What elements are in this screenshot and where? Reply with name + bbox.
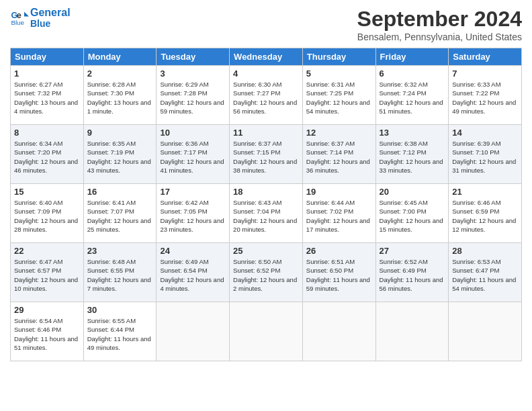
day-4: 4 Sunrise: 6:30 AMSunset: 7:27 PMDayligh… (230, 66, 303, 125)
empty-cell (230, 302, 303, 361)
day-16: 16 Sunrise: 6:41 AMSunset: 7:07 PMDaylig… (83, 184, 157, 243)
empty-cell (302, 302, 375, 361)
table-row: 22 Sunrise: 6:47 AMSunset: 6:57 PMDaylig… (11, 243, 522, 302)
empty-cell (375, 302, 449, 361)
day-11: 11 Sunrise: 6:37 AMSunset: 7:15 PMDaylig… (230, 125, 303, 184)
table-row: 29 Sunrise: 6:54 AMSunset: 6:46 PMDaylig… (11, 302, 522, 361)
empty-cell (449, 302, 522, 361)
day-10: 10 Sunrise: 6:36 AMSunset: 7:17 PMDaylig… (157, 125, 230, 184)
col-sunday: Sunday (11, 48, 84, 66)
day-26: 26 Sunrise: 6:51 AMSunset: 6:50 PMDaylig… (302, 243, 375, 302)
day-1: 1 Sunrise: 6:27 AMSunset: 7:32 PMDayligh… (11, 66, 84, 125)
day-19: 19 Sunrise: 6:44 AMSunset: 7:02 PMDaylig… (302, 184, 375, 243)
day-18: 18 Sunrise: 6:43 AMSunset: 7:04 PMDaylig… (230, 184, 303, 243)
day-3: 3 Sunrise: 6:29 AMSunset: 7:28 PMDayligh… (157, 66, 230, 125)
col-thursday: Thursday (302, 48, 375, 66)
col-tuesday: Tuesday (157, 48, 230, 66)
day-14: 14 Sunrise: 6:39 AMSunset: 7:10 PMDaylig… (449, 125, 522, 184)
day-23: 23 Sunrise: 6:48 AMSunset: 6:55 PMDaylig… (83, 243, 157, 302)
logo-general: General (30, 7, 71, 18)
day-27: 27 Sunrise: 6:52 AMSunset: 6:49 PMDaylig… (375, 243, 449, 302)
month-title: September 2024 (357, 7, 522, 32)
day-9: 9 Sunrise: 6:35 AMSunset: 7:19 PMDayligh… (83, 125, 157, 184)
day-22: 22 Sunrise: 6:47 AMSunset: 6:57 PMDaylig… (11, 243, 84, 302)
day-28: 28 Sunrise: 6:53 AMSunset: 6:47 PMDaylig… (449, 243, 522, 302)
day-7: 7 Sunrise: 6:33 AMSunset: 7:22 PMDayligh… (449, 66, 522, 125)
table-row: 15 Sunrise: 6:40 AMSunset: 7:09 PMDaylig… (11, 184, 522, 243)
empty-cell (157, 302, 230, 361)
table-row: 1 Sunrise: 6:27 AMSunset: 7:32 PMDayligh… (11, 66, 522, 125)
day-17: 17 Sunrise: 6:42 AMSunset: 7:05 PMDaylig… (157, 184, 230, 243)
day-15: 15 Sunrise: 6:40 AMSunset: 7:09 PMDaylig… (11, 184, 84, 243)
logo: G e Blue General Blue (10, 7, 71, 29)
col-wednesday: Wednesday (230, 48, 303, 66)
location: Bensalem, Pennsylvania, United States (357, 32, 522, 42)
day-6: 6 Sunrise: 6:32 AMSunset: 7:24 PMDayligh… (375, 66, 449, 125)
day-8: 8 Sunrise: 6:34 AMSunset: 7:20 PMDayligh… (11, 125, 84, 184)
day-13: 13 Sunrise: 6:38 AMSunset: 7:12 PMDaylig… (375, 125, 449, 184)
col-friday: Friday (375, 48, 449, 66)
svg-marker-2 (24, 12, 29, 17)
header: G e Blue General Blue September 2024 Ben… (10, 7, 522, 42)
day-25: 25 Sunrise: 6:50 AMSunset: 6:52 PMDaylig… (230, 243, 303, 302)
day-20: 20 Sunrise: 6:45 AMSunset: 7:00 PMDaylig… (375, 184, 449, 243)
day-5: 5 Sunrise: 6:31 AMSunset: 7:25 PMDayligh… (302, 66, 375, 125)
day-21: 21 Sunrise: 6:46 AMSunset: 6:59 PMDaylig… (449, 184, 522, 243)
calendar-table: Sunday Monday Tuesday Wednesday Thursday… (10, 48, 522, 361)
day-2: 2 Sunrise: 6:28 AMSunset: 7:30 PMDayligh… (83, 66, 157, 125)
svg-text:Blue: Blue (11, 19, 24, 27)
day-29: 29 Sunrise: 6:54 AMSunset: 6:46 PMDaylig… (11, 302, 84, 361)
col-saturday: Saturday (449, 48, 522, 66)
title-area: September 2024 Bensalem, Pennsylvania, U… (357, 7, 522, 42)
col-monday: Monday (83, 48, 157, 66)
logo-blue: Blue (30, 19, 71, 29)
day-12: 12 Sunrise: 6:37 AMSunset: 7:14 PMDaylig… (302, 125, 375, 184)
table-row: 8 Sunrise: 6:34 AMSunset: 7:20 PMDayligh… (11, 125, 522, 184)
day-30: 30 Sunrise: 6:55 AMSunset: 6:44 PMDaylig… (83, 302, 157, 361)
calendar-header-row: Sunday Monday Tuesday Wednesday Thursday… (11, 48, 522, 66)
logo-icon: G e Blue (10, 8, 29, 27)
day-24: 24 Sunrise: 6:49 AMSunset: 6:54 PMDaylig… (157, 243, 230, 302)
page: G e Blue General Blue September 2024 Ben… (0, 0, 532, 411)
